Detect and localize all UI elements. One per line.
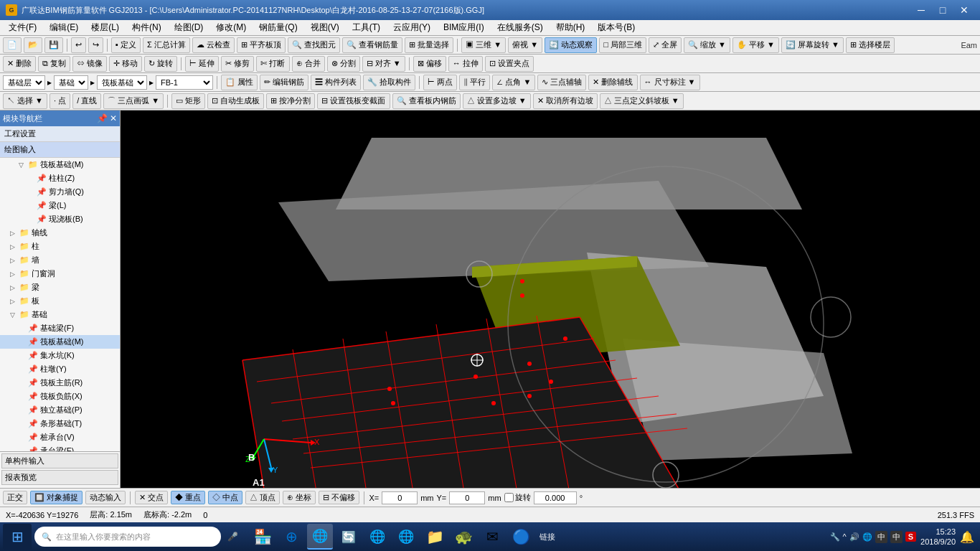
- tree-item-isolated[interactable]: 📌 独立基础(P): [0, 403, 120, 417]
- taskbar-app-edge[interactable]: ⊕: [278, 524, 304, 550]
- menu-item----t-[interactable]: 工具(T): [347, 20, 386, 35]
- taskbar-app-ie2[interactable]: 🌐: [364, 524, 390, 550]
- taskbar-link-label[interactable]: 链接: [540, 532, 555, 542]
- taskbar-search-box[interactable]: 🔍 在这里输入你要搜索的内容: [34, 527, 221, 547]
- snap-vertex-btn[interactable]: △ 顶点: [245, 491, 280, 504]
- point-btn[interactable]: · 点: [50, 93, 70, 109]
- copy-btn[interactable]: ⧉ 复制: [38, 56, 70, 72]
- tree-item-raft[interactable]: 📌 筏板基础(M): [0, 335, 120, 349]
- element-select[interactable]: FB-1: [156, 75, 213, 90]
- rotate-checkbox[interactable]: [504, 493, 514, 502]
- sum-btn[interactable]: Σ 汇总计算: [143, 37, 190, 53]
- mic-icon[interactable]: 🎤: [224, 528, 241, 545]
- floor-select[interactable]: 基础层: [3, 75, 45, 90]
- tree-item-beam[interactable]: 📌 梁(L): [0, 199, 120, 212]
- undo-btn[interactable]: ↩: [71, 37, 86, 53]
- tree-item-foundbeam[interactable]: 📌 基础梁(F): [0, 321, 120, 335]
- category-select[interactable]: 基础: [54, 75, 88, 90]
- tree-item-axis[interactable]: ▷ 📁 轴线: [0, 226, 120, 240]
- rotate-btn[interactable]: ↻ 旋转: [144, 56, 177, 72]
- snap-midpoint-btn[interactable]: ◇ 中点: [208, 491, 242, 504]
- sidebar-section-draw[interactable]: 绘图输入: [0, 142, 120, 158]
- minimize-button[interactable]: ─: [911, 3, 931, 17]
- tree-item-pillar[interactable]: 📌 柱柱(Z): [0, 171, 120, 185]
- net-split-btn[interactable]: ⊞ 按净分割: [266, 93, 315, 109]
- menu-item-----q-[interactable]: 钢筋量(Q): [253, 20, 303, 35]
- view-btn[interactable]: 俯视 ▼: [508, 37, 542, 53]
- systray-icon2[interactable]: 🔊: [849, 532, 859, 542]
- three-point-btn[interactable]: ∿ 三点辅轴: [537, 75, 586, 90]
- tree-item-shearwall[interactable]: 📌 剪力墙(Q): [0, 185, 120, 199]
- cancel-slope-btn[interactable]: ✕ 取消所有边坡: [533, 93, 598, 109]
- menu-item----l-[interactable]: 楼层(L): [85, 20, 125, 35]
- pan-btn[interactable]: ✋ 平移 ▼: [732, 37, 779, 53]
- taskbar-app-folder[interactable]: 📁: [422, 524, 448, 550]
- split-btn[interactable]: ⊗ 分割: [327, 56, 360, 72]
- taskbar-time[interactable]: 15:23 2018/9/20: [920, 527, 956, 547]
- snap-dynamic-btn[interactable]: 动态输入: [85, 491, 126, 504]
- mirror-btn[interactable]: ⇔ 镜像: [72, 56, 107, 72]
- menu-item----d-[interactable]: 绘图(D): [169, 20, 209, 35]
- line-btn[interactable]: / 直线: [72, 93, 101, 109]
- redo-btn[interactable]: ↪: [88, 37, 103, 53]
- offset-btn[interactable]: ⊠ 偏移: [413, 56, 446, 72]
- tree-item-wall[interactable]: ▷ 📁 墙: [0, 253, 120, 267]
- tree-item-col[interactable]: ▷ 📁 柱: [0, 240, 120, 253]
- dim-btn[interactable]: ↔ 尺寸标注 ▼: [640, 75, 700, 90]
- systray-ime-cn[interactable]: 中: [875, 531, 887, 543]
- tree-item-opening[interactable]: ▷ 📁 门窗洞: [0, 267, 120, 281]
- set-section-btn[interactable]: ⊟ 设置筏板变截面: [317, 93, 390, 109]
- systray-ime-s[interactable]: S: [905, 532, 916, 542]
- rect-btn[interactable]: ▭ 矩形: [171, 93, 205, 109]
- x-input[interactable]: [382, 491, 418, 504]
- three-pt-slope-btn[interactable]: △ 三点定义斜坡板 ▼: [600, 93, 684, 109]
- taskbar-app-mail[interactable]: ✉: [479, 524, 505, 550]
- new-btn[interactable]: 📄: [3, 37, 22, 53]
- parallel-btn[interactable]: ∥ 平行: [459, 75, 490, 90]
- two-point-btn[interactable]: ⊢ 两点: [423, 75, 457, 90]
- type-select[interactable]: 筏板基础: [97, 75, 147, 90]
- properties-btn[interactable]: 📋 属性: [221, 75, 258, 90]
- single-element-btn[interactable]: 单构件输入: [1, 453, 118, 468]
- tree-item-raft-top[interactable]: ▽ 📁 筏板基础(M): [0, 158, 120, 171]
- trim-btn[interactable]: ✂ 修剪: [221, 56, 254, 72]
- systray-icon3[interactable]: 🌐: [862, 532, 872, 542]
- snap-coord-btn[interactable]: ⊕ 坐标: [283, 491, 316, 504]
- taskbar-app-green[interactable]: 🐢: [451, 524, 476, 550]
- menu-item-----y-[interactable]: 云应用(Y): [387, 20, 436, 35]
- break-btn[interactable]: ✄ 打断: [256, 56, 289, 72]
- tree-item-strip[interactable]: 📌 条形基础(T): [0, 417, 120, 430]
- tree-item-foundation[interactable]: ▽ 📁 基础: [0, 308, 120, 321]
- stretch-btn[interactable]: ↔ 拉伸: [448, 56, 483, 72]
- systray-arrow[interactable]: ^: [843, 532, 847, 541]
- element-list-btn[interactable]: ☰ 构件列表: [311, 75, 361, 90]
- snap-endpoint-btn[interactable]: ◆ 重点: [171, 491, 205, 504]
- systray-icon1[interactable]: 🔧: [830, 532, 840, 542]
- find-btn[interactable]: 🔍 查找图元: [288, 37, 340, 53]
- view-rebar-btn[interactable]: 🔍 查看钢筋量: [342, 37, 402, 53]
- menu-item----e-[interactable]: 编辑(E): [44, 20, 84, 35]
- menu-item----v-[interactable]: 视图(V): [305, 20, 345, 35]
- sidebar-toggle[interactable]: 📌 ✕: [97, 113, 117, 123]
- local-3d-btn[interactable]: □ 局部三维: [599, 37, 646, 53]
- systray-ime-cn2[interactable]: 中: [890, 531, 903, 543]
- menu-item-----b-[interactable]: 版本号(B): [592, 20, 641, 35]
- grip-btn[interactable]: ⊡ 设置夹点: [485, 56, 534, 72]
- screen-rotate-btn[interactable]: 🔄 屏幕旋转 ▼: [781, 37, 844, 53]
- angle-btn[interactable]: ∠ 点角 ▼: [492, 75, 535, 90]
- start-button[interactable]: ⊞: [3, 524, 32, 550]
- edit-rebar-btn[interactable]: ✏ 编辑钢筋: [260, 75, 308, 90]
- snap-orthogonal-btn[interactable]: 正交: [3, 491, 27, 504]
- snap-intersect-btn[interactable]: ✕ 交点: [135, 491, 168, 504]
- delete-btn[interactable]: ✕ 删除: [3, 56, 36, 72]
- fullscreen-btn[interactable]: ⤢ 全屏: [649, 37, 682, 53]
- level-btn[interactable]: ⊞ 平齐板顶: [237, 37, 286, 53]
- move-btn[interactable]: ✛ 移动: [109, 56, 142, 72]
- maximize-button[interactable]: □: [933, 3, 953, 17]
- dynamic-view-btn[interactable]: 🔄 动态观察: [545, 37, 597, 53]
- canvas-area[interactable]: X Y Z B A1 A: [121, 110, 980, 488]
- align-btn[interactable]: ⊟ 对齐 ▼: [362, 56, 405, 72]
- menu-item-bim---i-[interactable]: BIM应用(I): [438, 20, 490, 35]
- select-tool-btn[interactable]: ↖ 选择 ▼: [3, 93, 47, 109]
- view-slab-rebar-btn[interactable]: 🔍 查看板内钢筋: [392, 93, 461, 109]
